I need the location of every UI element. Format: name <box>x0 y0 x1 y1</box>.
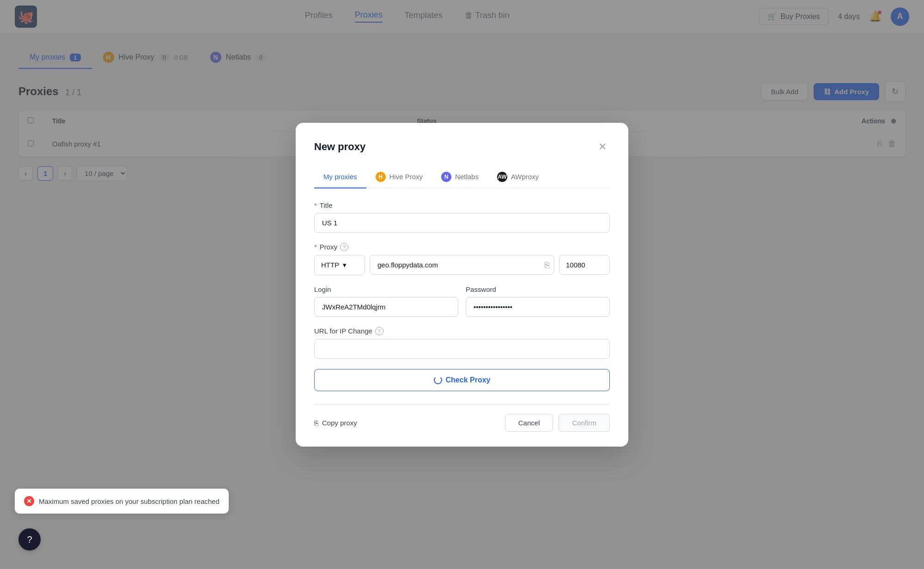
password-input[interactable] <box>466 297 610 317</box>
login-password-row: Login Password <box>314 285 610 327</box>
title-label: * Title <box>314 201 610 209</box>
modal-header: New proxy ✕ <box>314 139 610 154</box>
toast-error-icon: ✕ <box>24 496 34 506</box>
modal-close-button[interactable]: ✕ <box>595 139 610 154</box>
url-field-group: URL for IP Change ? <box>314 327 610 359</box>
chevron-down-icon: ▾ <box>343 261 346 269</box>
modal-aw-icon: AW <box>497 172 507 182</box>
copy-icon: ⎘ <box>545 260 550 269</box>
proxy-label: * Proxy ? <box>314 243 610 251</box>
modal-footer: ⎘ Copy proxy Cancel Confirm <box>314 404 610 432</box>
password-label: Password <box>466 285 610 293</box>
new-proxy-modal: New proxy ✕ My proxies H Hive Proxy N Ne… <box>296 123 628 447</box>
proxy-field-group: * Proxy ? HTTP ▾ ⎘ <box>314 243 610 275</box>
modal-tabs: My proxies H Hive Proxy N Netlabs AW AWp… <box>314 167 610 188</box>
confirm-button[interactable]: Confirm <box>559 414 610 432</box>
modal-tab-netlabs[interactable]: N Netlabs <box>432 167 488 188</box>
footer-buttons: Cancel Confirm <box>505 414 610 432</box>
copy-proxy-icon: ⎘ <box>314 419 318 427</box>
proxy-help-icon: ? <box>340 243 348 251</box>
modal-tab-awproxy[interactable]: AW AWproxy <box>488 167 548 188</box>
modal-tab-hive-proxy[interactable]: H Hive Proxy <box>366 167 432 188</box>
modal-title: New proxy <box>314 141 365 153</box>
url-label: URL for IP Change ? <box>314 327 610 335</box>
host-copy-button[interactable]: ⎘ <box>545 260 550 270</box>
proxy-required: * <box>314 243 317 251</box>
title-field-group: * Title <box>314 201 610 233</box>
help-question-icon: ? <box>27 534 32 545</box>
modal-overlay: New proxy ✕ My proxies H Hive Proxy N Ne… <box>0 0 924 569</box>
help-fab-button[interactable]: ? <box>18 528 41 551</box>
modal-netlabs-icon: N <box>441 172 451 182</box>
check-proxy-button[interactable]: Check Proxy <box>314 369 610 391</box>
login-input[interactable] <box>314 297 458 317</box>
password-field-group: Password <box>466 285 610 317</box>
modal-tab-my-proxies[interactable]: My proxies <box>314 167 366 188</box>
cancel-button[interactable]: Cancel <box>505 414 553 432</box>
login-field-group: Login <box>314 285 458 317</box>
url-help-icon: ? <box>375 327 383 335</box>
protocol-select[interactable]: HTTP ▾ <box>314 255 365 275</box>
host-input-wrap: ⎘ <box>370 255 554 275</box>
title-input[interactable] <box>314 213 610 233</box>
toast-message: Maximum saved proxies on your subscripti… <box>39 497 219 505</box>
toast-notification: ✕ Maximum saved proxies on your subscrip… <box>15 489 229 514</box>
port-input[interactable] <box>559 255 610 275</box>
url-input[interactable] <box>314 339 610 359</box>
host-input[interactable] <box>370 255 554 275</box>
check-spinner-icon <box>434 376 442 384</box>
copy-proxy-button[interactable]: ⎘ Copy proxy <box>314 419 357 427</box>
modal-hive-icon: H <box>376 172 386 182</box>
proxy-row: HTTP ▾ ⎘ <box>314 255 610 275</box>
title-required: * <box>314 201 317 209</box>
login-label: Login <box>314 285 458 293</box>
